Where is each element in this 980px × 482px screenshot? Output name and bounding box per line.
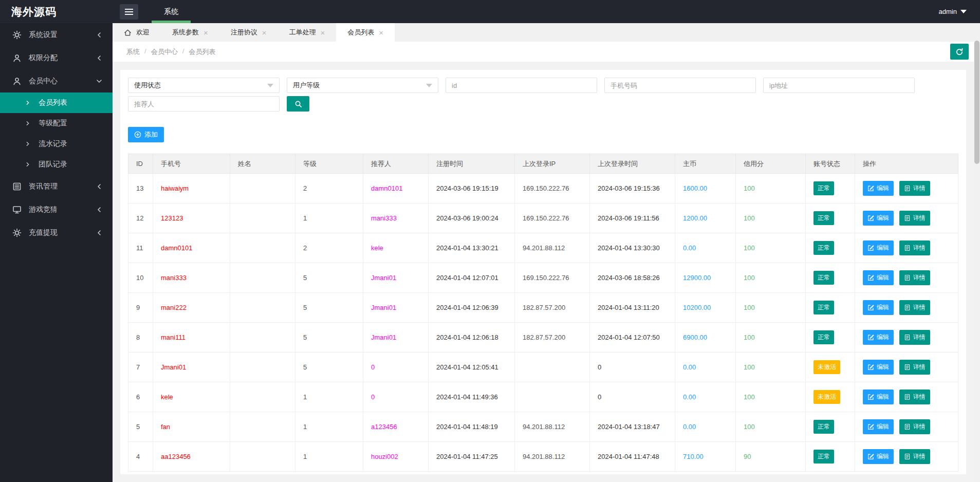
detail-button[interactable]: 详情 bbox=[899, 300, 930, 315]
tab-work-orders[interactable]: 工单处理 × bbox=[278, 23, 337, 42]
tab-welcome[interactable]: 欢迎 bbox=[113, 23, 161, 42]
sidebar-item-member-list[interactable]: 会员列表 bbox=[0, 92, 113, 113]
breadcrumb-item[interactable]: 会员中心 bbox=[151, 47, 178, 57]
phone-field[interactable] bbox=[611, 82, 750, 89]
detail-icon bbox=[904, 304, 911, 311]
detail-button[interactable]: 详情 bbox=[899, 449, 930, 464]
sidebar-item-recharge-withdraw[interactable]: 充值提现 bbox=[0, 221, 113, 244]
close-icon[interactable]: × bbox=[379, 29, 383, 36]
detail-button[interactable]: 详情 bbox=[899, 270, 930, 285]
sidebar-item-flow-records[interactable]: 流水记录 bbox=[0, 134, 113, 154]
cell-status: 正常 bbox=[806, 442, 855, 472]
cell-reg-time: 2024-01-04 11:48:19 bbox=[429, 412, 515, 442]
cell-actions: 编辑 详情 bbox=[855, 412, 958, 442]
detail-icon bbox=[904, 185, 911, 192]
edit-button[interactable]: 编辑 bbox=[863, 270, 894, 285]
chevron-left-icon bbox=[96, 207, 102, 213]
cell-name bbox=[230, 233, 295, 263]
level-select[interactable]: 用户等级 bbox=[287, 78, 438, 93]
cell-name bbox=[230, 412, 295, 442]
edit-button[interactable]: 编辑 bbox=[863, 390, 894, 404]
edit-button[interactable]: 编辑 bbox=[863, 211, 894, 226]
close-icon[interactable]: × bbox=[262, 29, 267, 36]
sidebar-item-news-management[interactable]: 资讯管理 bbox=[0, 175, 113, 198]
sidebar-item-permissions[interactable]: 权限分配 bbox=[0, 46, 113, 69]
cell-id: 8 bbox=[128, 323, 153, 353]
cell-level: 5 bbox=[295, 293, 363, 323]
referrer-field[interactable] bbox=[134, 100, 273, 108]
nav-item-system[interactable]: 系统 bbox=[152, 0, 191, 23]
app-logo: 海外源码 bbox=[0, 0, 113, 23]
cell-last-time: 2024-01-04 13:30:30 bbox=[590, 233, 675, 263]
plus-icon bbox=[134, 131, 141, 138]
detail-icon bbox=[904, 364, 911, 370]
status-badge: 正常 bbox=[813, 241, 834, 255]
status-badge: 正常 bbox=[813, 271, 834, 285]
cell-reg-time: 2024-01-04 11:49:36 bbox=[429, 382, 515, 412]
detail-button[interactable]: 详情 bbox=[899, 390, 930, 404]
edit-button[interactable]: 编辑 bbox=[863, 419, 894, 434]
cell-actions: 编辑 详情 bbox=[855, 233, 958, 263]
header-spacer bbox=[191, 0, 939, 23]
cell-status: 未激活 bbox=[806, 353, 855, 382]
close-icon[interactable]: × bbox=[321, 29, 325, 36]
cell-name bbox=[230, 263, 295, 293]
detail-button[interactable]: 详情 bbox=[899, 330, 930, 345]
sidebar-item-level-config[interactable]: 等级配置 bbox=[0, 113, 113, 134]
tab-member-list[interactable]: 会员列表 × bbox=[336, 23, 395, 42]
detail-button[interactable]: 详情 bbox=[899, 240, 930, 255]
cell-last-ip: 94.201.88.112 bbox=[515, 412, 590, 442]
edit-button[interactable]: 编辑 bbox=[863, 181, 894, 196]
edit-button[interactable]: 编辑 bbox=[863, 449, 894, 464]
status-badge: 正常 bbox=[813, 450, 834, 464]
edit-icon bbox=[867, 394, 874, 400]
breadcrumb-item[interactable]: 系统 bbox=[126, 47, 140, 57]
detail-icon bbox=[904, 274, 911, 281]
cell-level: 5 bbox=[295, 323, 363, 353]
edit-button[interactable]: 编辑 bbox=[863, 240, 894, 255]
close-icon[interactable]: × bbox=[204, 29, 208, 36]
scrollbar-thumb[interactable] bbox=[974, 41, 979, 164]
cell-reg-time: 2024-01-04 12:06:39 bbox=[429, 293, 515, 323]
cell-actions: 编辑 详情 bbox=[855, 353, 958, 382]
tab-register-agreement[interactable]: 注册协议 × bbox=[219, 23, 278, 42]
sidebar-toggle-button[interactable] bbox=[120, 4, 138, 20]
gear-icon bbox=[12, 30, 22, 40]
cell-status: 正常 bbox=[806, 233, 855, 263]
edit-button[interactable]: 编辑 bbox=[863, 300, 894, 315]
search-button[interactable] bbox=[287, 96, 309, 112]
table-row: 6 kele 1 0 2024-01-04 11:49:36 0 0.00 10… bbox=[128, 382, 958, 412]
cell-last-time: 2024-03-06 19:15:36 bbox=[590, 174, 675, 203]
cell-reg-time: 2024-01-04 12:06:18 bbox=[429, 323, 515, 353]
id-field[interactable] bbox=[452, 82, 591, 89]
tab-system-params[interactable]: 系统参数 × bbox=[161, 23, 219, 42]
search-icon bbox=[294, 100, 302, 108]
chevron-right-icon bbox=[25, 100, 30, 105]
cell-credit: 100 bbox=[736, 174, 806, 203]
detail-icon bbox=[904, 245, 911, 251]
detail-button[interactable]: 详情 bbox=[899, 419, 930, 434]
sidebar-item-game-guess[interactable]: 游戏竞猜 bbox=[0, 198, 113, 221]
filter-row-1: 使用状态 用户等级 bbox=[128, 78, 958, 93]
filter-row-2 bbox=[128, 96, 958, 112]
chevron-right-icon bbox=[25, 141, 30, 146]
status-select[interactable]: 使用状态 bbox=[128, 78, 280, 93]
user-menu[interactable]: admin bbox=[939, 0, 980, 23]
cell-status: 正常 bbox=[806, 203, 855, 233]
sidebar-item-system-settings[interactable]: 系统设置 bbox=[0, 23, 113, 46]
sidebar-item-member-center[interactable]: 会员中心 bbox=[0, 69, 113, 92]
vertical-scrollbar[interactable] bbox=[974, 23, 980, 482]
add-member-button[interactable]: 添加 bbox=[128, 127, 164, 142]
edit-button[interactable]: 编辑 bbox=[863, 330, 894, 345]
refresh-button[interactable] bbox=[950, 44, 969, 60]
cell-level: 1 bbox=[295, 382, 363, 412]
edit-button[interactable]: 编辑 bbox=[863, 360, 894, 375]
detail-button[interactable]: 详情 bbox=[899, 181, 930, 196]
status-badge: 正常 bbox=[813, 330, 834, 344]
detail-button[interactable]: 详情 bbox=[899, 360, 930, 375]
ip-field[interactable] bbox=[769, 82, 909, 89]
sidebar-item-team-records[interactable]: 团队记录 bbox=[0, 154, 113, 175]
detail-button[interactable]: 详情 bbox=[899, 211, 930, 226]
user-icon bbox=[12, 53, 22, 63]
nav-item-label: 系统 bbox=[164, 7, 178, 16]
